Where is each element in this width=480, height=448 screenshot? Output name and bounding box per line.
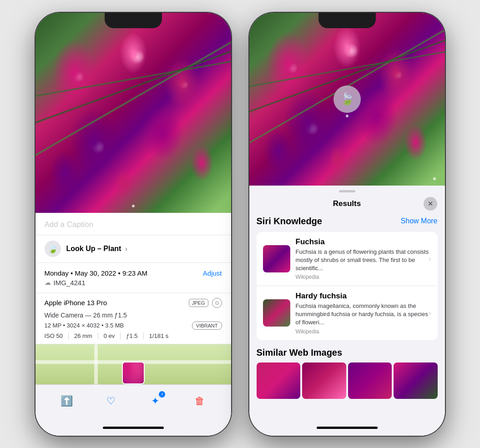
siri-knowledge-header: Siri Knowledge Show More <box>257 216 438 227</box>
iso-value: ISO 50 <box>45 332 69 339</box>
home-bar-2 <box>317 427 378 429</box>
results-title: Results <box>333 199 361 208</box>
photo-indicator-2 <box>433 177 436 180</box>
leaf-icon: 🍃 <box>48 244 58 254</box>
toolbar: ⬆️ ♡ ✦ i 🗑 <box>35 384 231 420</box>
fuchsia-source: Wikipedia <box>296 274 431 280</box>
hardy-fuchsia-item[interactable]: Hardy fuchsia Fuchsia magellanica, commo… <box>257 286 438 340</box>
location-icon[interactable]: ⊙ <box>212 298 222 308</box>
photo-info-panel: Add a Caption 🍃 Look Up – Plant › Monday… <box>35 213 231 436</box>
lookup-row[interactable]: 🍃 Look Up – Plant › <box>35 235 231 263</box>
shutter-value: 1/181 s <box>144 332 174 339</box>
iso-row: ISO 50 26 mm 0 ev ƒ1.5 1/181 s <box>45 332 222 339</box>
hardy-name: Hardy fuchsia <box>296 292 431 301</box>
info-badge: i <box>159 391 165 398</box>
share-button[interactable]: ⬆️ <box>56 391 76 411</box>
results-header: Results ✕ <box>249 195 445 216</box>
vibrant-badge: VIBRANT <box>192 322 222 330</box>
map-thumbnail <box>122 362 145 384</box>
web-image-2[interactable] <box>302 362 346 399</box>
web-images-title: Similar Web Images <box>257 347 343 357</box>
trash-icon: 🗑 <box>195 395 205 407</box>
caption-placeholder: Add a Caption <box>45 220 94 229</box>
web-image-4[interactable] <box>394 362 438 399</box>
results-sheet: Results ✕ Siri Knowledge Show More Fuchs… <box>249 186 445 436</box>
caption-area[interactable]: Add a Caption <box>35 213 231 235</box>
web-image-1[interactable] <box>257 362 301 399</box>
notch-2 <box>318 13 376 28</box>
screen-2: 🍃 Results ✕ Siri Knowledge Show More <box>249 13 445 436</box>
adjust-button[interactable]: Adjust <box>203 269 222 277</box>
format-badges: JPEG ⊙ <box>189 298 222 308</box>
siri-knowledge-title: Siri Knowledge <box>257 216 322 227</box>
phone-2: 🍃 Results ✕ Siri Knowledge Show More <box>249 13 445 436</box>
device-row: Apple iPhone 13 Pro JPEG ⊙ <box>45 298 222 308</box>
sheet-handle[interactable] <box>339 190 355 192</box>
delete-button[interactable]: 🗑 <box>190 391 210 411</box>
info-icon: ✦ <box>151 395 159 407</box>
photo-indicator <box>132 205 135 207</box>
ev-value: 0 ev <box>98 332 121 339</box>
aperture-value: ƒ1.5 <box>121 332 143 339</box>
visual-search-button[interactable]: 🍃 <box>333 86 361 113</box>
map-preview[interactable] <box>35 344 231 384</box>
close-button[interactable]: ✕ <box>424 197 437 211</box>
chevron-icon: › <box>125 245 127 252</box>
home-indicator-1 <box>35 420 231 436</box>
megapixels-text: 12 MP • 3024 × 4032 • 3.5 MB <box>45 322 124 329</box>
fuchsia-desc: Fuchsia is a genus of flowering plants t… <box>296 248 431 273</box>
hardy-source: Wikipedia <box>296 328 431 335</box>
map-road-vertical <box>94 344 98 384</box>
filename-row: ☁ IMG_4241 <box>45 279 222 287</box>
device-section: Apple iPhone 13 Pro JPEG ⊙ Wide Camera —… <box>35 293 231 344</box>
notch-1 <box>105 13 162 28</box>
fuchsia-thumbnail <box>263 245 290 272</box>
share-icon: ⬆️ <box>61 395 73 407</box>
show-more-button[interactable]: Show More <box>401 217 438 225</box>
web-images-grid <box>257 362 438 399</box>
camera-spec: Wide Camera — 26 mm ƒ1.5 <box>45 312 222 319</box>
filename-text: IMG_4241 <box>54 279 86 287</box>
hardy-desc: Fuchsia magellanica, commonly known as t… <box>296 302 431 327</box>
web-images-header: Similar Web Images <box>257 347 438 358</box>
knowledge-card: Fuchsia Fuchsia is a genus of flowering … <box>257 232 438 340</box>
fuchsia-text: Fuchsia Fuchsia is a genus of flowering … <box>296 237 431 281</box>
date-row: Monday • May 30, 2022 • 9:23 AM Adjust <box>45 269 222 277</box>
home-indicator-2 <box>249 420 445 436</box>
fuchsia-chevron: › <box>429 255 431 263</box>
tech-specs: 12 MP • 3024 × 4032 • 3.5 MB VIBRANT <box>45 322 222 330</box>
screen-1: Add a Caption 🍃 Look Up – Plant › Monday… <box>35 13 231 436</box>
device-name: Apple iPhone 13 Pro <box>45 299 107 307</box>
hardy-thumbnail <box>263 299 290 327</box>
lookup-icon: 🍃 <box>45 241 61 257</box>
results-content: Siri Knowledge Show More Fuchsia Fuchsia… <box>249 216 445 420</box>
hardy-text: Hardy fuchsia Fuchsia magellanica, commo… <box>296 292 431 335</box>
photo-1 <box>35 13 231 213</box>
visual-search-icon: 🍃 <box>340 92 354 106</box>
fuchsia-name: Fuchsia <box>296 237 431 247</box>
favorite-button[interactable]: ♡ <box>101 391 121 411</box>
thumb-decoration <box>123 362 144 383</box>
hardy-chevron: › <box>429 309 431 317</box>
date-text: Monday • May 30, 2022 • 9:23 AM <box>45 269 147 277</box>
flower-stems <box>35 13 231 213</box>
focal-value: 26 mm <box>69 332 98 339</box>
heart-icon: ♡ <box>106 395 116 407</box>
lookup-label: Look Up – Plant › <box>66 245 127 253</box>
metadata-section: Monday • May 30, 2022 • 9:23 AM Adjust ☁… <box>35 263 231 293</box>
format-badge: JPEG <box>189 299 208 307</box>
home-bar-1 <box>103 427 164 429</box>
info-button[interactable]: ✦ i <box>145 391 165 411</box>
cloud-icon: ☁ <box>45 279 51 286</box>
web-image-3[interactable] <box>348 362 392 399</box>
phone-1: Add a Caption 🍃 Look Up – Plant › Monday… <box>35 13 231 436</box>
visual-search-dot <box>346 115 349 117</box>
fuchsia-item[interactable]: Fuchsia Fuchsia is a genus of flowering … <box>257 232 438 287</box>
photo-2: 🍃 <box>249 13 445 186</box>
